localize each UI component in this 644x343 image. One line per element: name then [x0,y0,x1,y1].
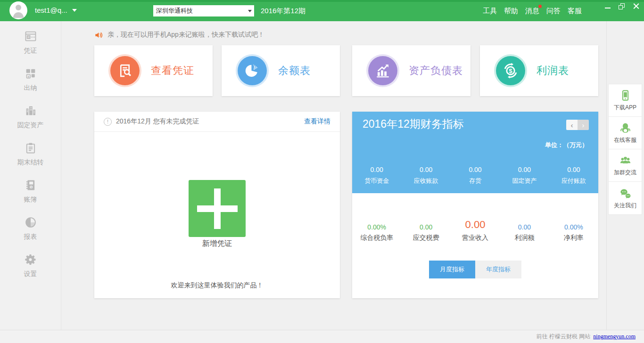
sidebar-label-fixed-assets: 固定资产 [17,121,44,130]
menu-item-messages-label: 消息 [525,7,539,15]
sidebar-item-cashier[interactable]: ¥ 出纳 [0,67,61,104]
username-label: test1@q... [35,6,67,14]
menu-item-tools[interactable]: 工具 [483,7,497,16]
stat-taxes-payable: 0.00 应交税费 [401,218,450,242]
chevron-down-icon [72,9,77,12]
stat-fixed-assets: 0.00 固定资产 [500,166,549,185]
notice-text: 亲，现在可以用手机App来记账啦，快来下载试试吧！ [107,31,264,39]
card-income-statement[interactable]: $ 利润表 [480,45,598,96]
accounting-period-label: 2016年第12期 [261,7,305,16]
sidebar-item-ledger[interactable]: $ 账簿 [0,179,61,216]
menu-item-support[interactable]: 客服 [568,7,582,16]
plus-icon-bar [214,188,221,229]
view-vouchers-icon [110,56,140,85]
float-stack: 下载APP 在线客服 加群交流 [608,84,642,215]
account-menu[interactable]: test1@q... [35,6,77,14]
left-sidebar: $ 凭证 ¥ 出纳 固定资产 期末结转 [0,21,61,330]
footer-text: 前往 柠檬云财税 网站 [537,333,591,341]
reports-icon [24,216,37,229]
sidebar-item-reports[interactable]: 报表 [0,216,61,253]
income-statement-icon: $ [496,56,525,85]
footer: 前往 柠檬云财税 网站 ningmengyun.com [0,330,644,343]
company-select[interactable]: 深圳华通科技 [153,5,254,16]
window-controls [605,1,639,11]
notification-dot [538,5,542,8]
restore-button[interactable] [619,3,625,9]
stat-accounts-receivable: 0.00 应收账款 [401,166,450,185]
tab-yearly-indicators[interactable]: 年度指标 [475,261,521,278]
add-voucher-button[interactable] [189,180,246,237]
indicator-blue-section: 2016年12期财务指标 ‹ › 单位：（万元） 0.00 货币资金 0.00 … [352,112,598,193]
wechat-icon [619,187,632,200]
sidebar-item-voucher[interactable]: $ 凭证 [0,30,61,67]
stat-profit: 0.00 利润额 [500,218,549,242]
select-arrow-icon [248,10,252,12]
sidebar-item-fixed-assets[interactable]: 固定资产 [0,104,61,141]
stat-net-profit-rate: 0.00% 净利率 [549,218,598,242]
notice-bar: 亲，现在可以用手机App来记账啦，快来下载试试吧！ [94,29,598,41]
sidebar-label-ledger: 账簿 [24,196,37,204]
menu-item-help[interactable]: 帮助 [504,7,518,16]
settings-gear-icon [24,253,37,266]
top-menu: 工具 帮助 消息 问答 客服 [483,7,582,16]
unit-label: 单位：（万元） [545,141,588,149]
join-group-button[interactable]: 加群交流 [609,149,642,182]
svg-text:$: $ [509,67,512,74]
avatar-person-icon [16,5,21,10]
group-people-icon [619,154,632,167]
minimize-button[interactable] [605,4,611,8]
phone-icon [619,89,632,102]
join-group-label: 加群交流 [614,169,636,177]
sidebar-label-period-end: 期末结转 [17,158,44,167]
next-period-button[interactable]: › [578,120,589,130]
sidebar-item-settings[interactable]: 设置 [0,253,61,290]
avatar[interactable] [9,1,27,19]
online-support-button[interactable]: 在线客服 [609,117,642,149]
blue-stats-row: 0.00 货币资金 0.00 应收账款 0.00 存货 0.00 固定资产 0.… [352,166,598,185]
sidebar-label-voucher: 凭证 [24,47,37,55]
avatar-person-icon-body [13,12,24,18]
sidebar-item-period-end[interactable]: 期末结转 [0,141,61,179]
indicator-panel-title: 2016年12期财务指标 [363,117,464,131]
stat-accounts-payable: 0.00 应付账款 [549,166,598,185]
card-balance-sheet[interactable]: 资产负债表 [352,45,471,96]
card-income-statement-label: 利润表 [537,64,569,78]
add-voucher-label: 新增凭证 [94,239,340,249]
close-button[interactable] [633,3,639,9]
company-select-value: 深圳华通科技 [156,7,193,15]
cashier-icon: ¥ [24,67,37,80]
download-app-button[interactable]: 下载APP [609,84,642,117]
voucher-icon: $ [24,30,37,43]
card-balance-report-label: 余额表 [278,64,311,78]
sidebar-label-cashier: 出纳 [24,84,37,92]
download-app-label: 下载APP [614,104,636,112]
card-view-vouchers-label: 查看凭证 [151,64,194,78]
period-end-closing-icon [24,141,37,155]
balance-sheet-icon [368,56,397,85]
sidebar-label-reports: 报表 [24,233,37,241]
stat-inventory: 0.00 存货 [451,166,500,185]
right-float-column: 下载APP 在线客服 加群交流 [606,21,644,330]
view-details-link[interactable]: 查看详情 [304,117,330,126]
stat-monetary-funds: 0.00 货币资金 [352,166,401,185]
white-stats-row: 0.00% 综合税负率 0.00 应交税费 0.00 营业收入 0.00 利润额… [352,218,598,242]
card-balance-sheet-report[interactable]: 余额表 [222,45,340,96]
footer-website-link[interactable]: ningmengyun.com [593,333,636,340]
window-top-edge [0,0,644,2]
indicator-tabs: 月度指标 年度指标 [429,261,521,278]
financial-indicator-panel: 2016年12期财务指标 ‹ › 单位：（万元） 0.00 货币资金 0.00 … [352,112,598,298]
ledger-icon: $ [24,179,37,192]
svg-text:¥: ¥ [27,75,29,78]
stat-operating-revenue: 0.00 营业收入 [451,218,500,242]
follow-us-button[interactable]: 关注我们 [609,182,642,214]
fixed-assets-icon [24,104,37,117]
card-view-vouchers[interactable]: 查看凭证 [94,45,213,96]
menu-item-messages[interactable]: 消息 [525,7,539,16]
unfinished-voucher-text: 2016年12月 您有未完成凭证 [116,117,199,126]
follow-us-label: 关注我们 [614,202,636,210]
tab-monthly-indicators[interactable]: 月度指标 [429,261,475,278]
prev-period-button[interactable]: ‹ [566,120,578,130]
online-support-label: 在线客服 [614,136,636,144]
stat-tax-burden-rate: 0.00% 综合税负率 [352,218,401,242]
menu-item-qa[interactable]: 问答 [546,7,561,16]
